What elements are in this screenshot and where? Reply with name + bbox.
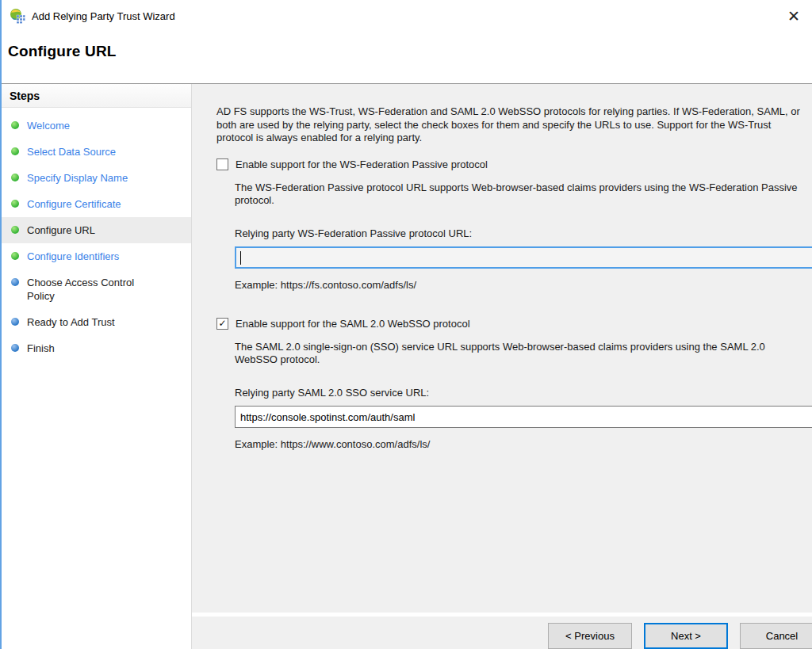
close-button[interactable]: ✕ [782,4,806,28]
footer-button-bar: < Previous Next > Cancel [192,613,812,649]
sidebar-item-ready-to-add-trust[interactable]: Ready to Add Trust [2,309,191,335]
wsfed-description: The WS-Federation Passive protocol URL s… [235,181,806,208]
sidebar-item-specify-display-name[interactable]: Specify Display Name [2,165,191,191]
step-pending-icon [11,318,19,326]
saml-url-label: Relying party SAML 2.0 SSO service URL: [235,387,812,400]
saml-url-input-wrap [235,406,812,428]
saml-checkbox[interactable]: ✓ [216,318,228,330]
main-column: AD FS supports the WS-Trust, WS-Federati… [192,84,812,649]
sidebar-item-configure-url[interactable]: Configure URL [2,217,191,243]
step-completed-icon [11,121,19,129]
saml-checkbox-label[interactable]: Enable support for the SAML 2.0 WebSSO p… [236,318,470,330]
wsfed-example: Example: https://fs.contoso.com/adfs/ls/ [235,279,812,292]
step-completed-icon [11,200,19,208]
step-pending-icon [11,344,19,352]
step-completed-icon [11,147,19,155]
saml-checkbox-row: ✓ Enable support for the SAML 2.0 WebSSO… [216,318,812,330]
steps-header: Steps [2,84,191,108]
sidebar-item-select-data-source[interactable]: Select Data Source [2,139,191,165]
window-title: Add Relying Party Trust Wizard [32,10,175,22]
title-bar: Add Relying Party Trust Wizard ✕ [2,0,812,32]
saml-description: The SAML 2.0 single-sign-on (SSO) servic… [235,341,806,367]
saml-example: Example: https://www.contoso.com/adfs/ls… [235,438,812,452]
step-completed-icon [11,252,19,260]
sidebar-item-choose-access-control-policy[interactable]: Choose Access Control Policy [2,269,191,309]
next-button[interactable]: Next > [644,623,728,649]
wsfed-url-input[interactable] [235,246,812,269]
main-panel: AD FS supports the WS-Trust, WS-Federati… [192,84,812,613]
content-area: Steps Welcome Select Data Source Specify… [2,83,812,649]
sidebar-item-configure-identifiers[interactable]: Configure Identifiers [2,243,191,269]
wsfed-url-label: Relying party WS-Federation Passive prot… [235,227,812,241]
text-cursor [240,251,241,265]
sidebar-item-welcome[interactable]: Welcome [2,113,191,139]
wsfed-checkbox-row: Enable support for the WS-Federation Pas… [216,158,812,170]
page-title: Configure URL [8,43,812,60]
adfs-app-icon [10,8,25,24]
wsfed-checkbox-label[interactable]: Enable support for the WS-Federation Pas… [236,158,488,170]
steps-list: Welcome Select Data Source Specify Displ… [2,108,191,361]
wsfed-checkbox[interactable] [216,158,228,170]
saml-url-input[interactable] [235,406,812,428]
step-completed-icon [11,226,19,234]
page-header: Configure URL [2,32,812,83]
step-completed-icon [11,174,19,181]
sidebar-item-finish[interactable]: Finish [2,335,191,361]
intro-text: AD FS supports the WS-Trust, WS-Federati… [216,105,805,145]
close-icon: ✕ [787,7,800,25]
cancel-button[interactable]: Cancel [740,623,812,649]
previous-button[interactable]: < Previous [548,623,632,649]
steps-sidebar: Steps Welcome Select Data Source Specify… [2,84,192,649]
step-pending-icon [11,278,19,286]
sidebar-item-configure-certificate[interactable]: Configure Certificate [2,191,191,217]
wsfed-url-input-wrap [235,246,812,269]
